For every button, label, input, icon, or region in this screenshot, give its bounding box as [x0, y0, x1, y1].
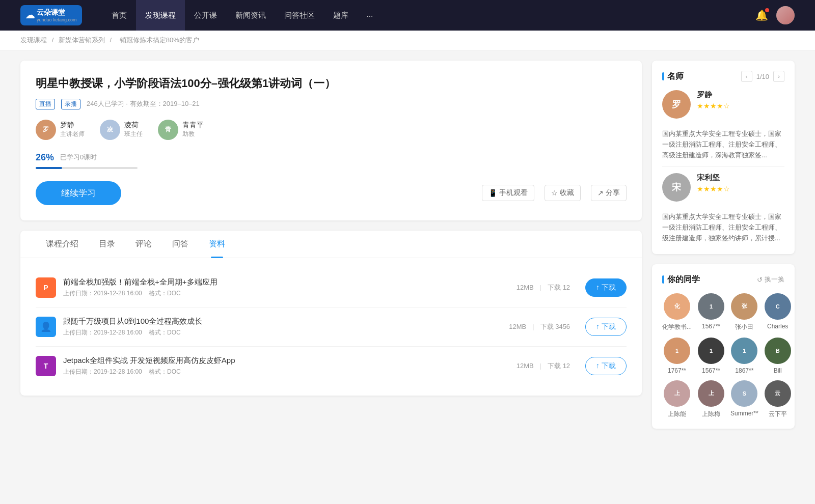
classmate-1-avatar: 化 [664, 293, 690, 320]
download-button-2[interactable]: ↑ 下载 [585, 318, 627, 336]
nav-right: 🔔 [755, 6, 795, 24]
sidebar-teacher-1: 罗 罗静 ★★★★☆ [662, 90, 784, 119]
classmate-10-avatar: 上 [698, 380, 724, 407]
sidebar-teacher-2: 宋 宋利坚 ★★★★☆ [662, 173, 784, 202]
nav-more[interactable]: ··· [358, 0, 383, 31]
teacher-3-role: 助教 [182, 130, 204, 138]
tab-resources[interactable]: 资料 [199, 231, 235, 258]
tab-qa[interactable]: 问答 [162, 231, 199, 258]
teacher-3-name: 青青平 [182, 121, 204, 130]
resource-meta-3: 上传日期：2019-12-28 16:00 格式：DOC [63, 368, 501, 376]
breadcrumb: 发现课程 / 新媒体营销系列 / 销冠修炼术搞定80%的客户 [0, 31, 815, 50]
sidebar: 名师 ‹ 1/10 › 罗 罗静 ★★★★☆ 国内某重点大学安全工程专业硕士，国… [652, 61, 795, 439]
nav-home[interactable]: 首页 [102, 0, 136, 31]
resource-name-3: Jetpack全组件实战 开发短视频应用高仿皮皮虾App [63, 356, 501, 366]
logo[interactable]: ☁ 云朵课堂 yunduo ketang.com [20, 5, 82, 25]
resource-name-1: 前端全栈加强版！前端全栈+全周期+多端应用 [63, 277, 501, 287]
collect-link[interactable]: ☆ 收藏 [545, 185, 581, 201]
classmate-1: 化 化学教书... [662, 293, 692, 331]
classmate-11-avatar: S [731, 380, 757, 407]
resource-info-2: 跟随千万级项目从0到100全过程高效成长 上传日期：2019-12-28 16:… [63, 317, 494, 337]
teacher-divider [662, 166, 784, 167]
classmate-10: 上 上陈梅 [698, 380, 724, 418]
share-icon: ↗ [597, 189, 604, 197]
badge-recorded: 录播 [61, 99, 80, 109]
tab-catalog[interactable]: 目录 [89, 231, 125, 258]
action-row: 继续学习 📱 手机观看 ☆ 收藏 ↗ 分享 [36, 181, 627, 205]
tab-content-resources: P 前端全栈加强版！前端全栈+全周期+多端应用 上传日期：2019-12-28 … [20, 258, 642, 396]
resource-item-1: P 前端全栈加强版！前端全栈+全周期+多端应用 上传日期：2019-12-28 … [36, 268, 627, 307]
breadcrumb-link-series[interactable]: 新媒体营销系列 [59, 36, 105, 44]
classmate-5: 1 1767** [662, 338, 692, 374]
nav-qa[interactable]: 问答社区 [275, 0, 324, 31]
classmate-4-avatar: C [765, 293, 791, 320]
tabs-section: 课程介绍 目录 评论 问答 资料 P 前端全栈加强版！前端全栈+全周期+多端应用… [20, 231, 642, 396]
page-indicator: 1/10 [756, 73, 769, 80]
breadcrumb-link-discover[interactable]: 发现课程 [20, 36, 47, 44]
classmate-4-name: Charles [765, 323, 791, 330]
nav-exam[interactable]: 题库 [324, 0, 358, 31]
nav-items: 首页 发现课程 公开课 新闻资讯 问答社区 题库 ··· [102, 0, 755, 31]
nav-open[interactable]: 公开课 [185, 0, 226, 31]
teacher-3: 青 青青平 助教 [158, 120, 204, 140]
sidebar-teacher-1-stars: ★★★★☆ [697, 102, 730, 110]
classmate-8: B Bill [765, 338, 791, 374]
logo-name: 云朵课堂 [37, 8, 77, 17]
classmate-6: 1 1567** [698, 338, 724, 374]
classmate-12-name: 云下平 [765, 410, 791, 418]
download-button-1[interactable]: ↑ 下载 [585, 278, 627, 297]
refresh-icon: ↺ [757, 276, 763, 284]
resource-item-3: T Jetpack全组件实战 开发短视频应用高仿皮皮虾App 上传日期：2019… [36, 347, 627, 385]
classmate-11: S Summer** [730, 380, 758, 418]
course-meta-text: 246人已学习 · 有效期至：2019–10–21 [87, 99, 200, 108]
user-avatar[interactable] [776, 6, 795, 24]
classmate-11-name: Summer** [730, 410, 758, 417]
course-meta: 直播 录播 246人已学习 · 有效期至：2019–10–21 [36, 99, 627, 109]
logo-icon: ☁ [25, 10, 35, 21]
teacher-2-avatar: 凌 [100, 120, 120, 140]
classmate-2-name: 1567** [698, 323, 724, 330]
sidebar-teacher-2-name: 宋利坚 [697, 173, 730, 183]
teacher-2-name: 凌荷 [124, 121, 143, 130]
nav-discover[interactable]: 发现课程 [136, 0, 185, 31]
classmate-9-avatar: 上 [664, 380, 690, 407]
resource-icon-3: T [36, 356, 56, 376]
prev-page-btn[interactable]: ‹ [741, 71, 752, 82]
classmate-5-avatar: 1 [664, 338, 690, 364]
main-content: 明星中教授课，小学阶段语法100分–强化级第1讲动词（一） 直播 录播 246人… [20, 61, 642, 439]
main-layout: 明星中教授课，小学阶段语法100分–强化级第1讲动词（一） 直播 录播 246人… [0, 50, 815, 449]
progress-pct: 26% [36, 152, 54, 163]
breadcrumb-sep-1: / [52, 36, 56, 44]
refresh-button[interactable]: ↺ 换一换 [757, 275, 784, 284]
breadcrumb-current: 销冠修炼术搞定80%的客户 [120, 36, 199, 44]
classmates-title: 你的同学 [662, 274, 700, 285]
classmate-8-avatar: B [765, 338, 791, 364]
next-page-btn[interactable]: › [773, 71, 784, 82]
continue-learning-button[interactable]: 继续学习 [36, 181, 121, 205]
tab-intro[interactable]: 课程介绍 [36, 231, 89, 258]
sidebar-teacher-1-avatar: 罗 [662, 90, 691, 119]
classmate-3: 张 张小田 [730, 293, 758, 331]
share-link[interactable]: ↗ 分享 [591, 185, 627, 201]
resource-item-2: 👤 跟随千万级项目从0到100全过程高效成长 上传日期：2019-12-28 1… [36, 307, 627, 347]
star-icon: ☆ [551, 189, 558, 197]
classmate-8-name: Bill [765, 367, 791, 374]
notification-bell[interactable]: 🔔 [755, 9, 768, 21]
tab-review[interactable]: 评论 [125, 231, 162, 258]
sidebar-teacher-1-desc: 国内某重点大学安全工程专业硕士，国家一级注册消防工程师、注册安全工程师、高级注册… [662, 129, 784, 160]
teachers-card-title: 名师 [662, 71, 684, 82]
classmate-6-avatar: 1 [698, 338, 724, 364]
badge-live: 直播 [36, 99, 55, 109]
logo-sub: yunduo ketang.com [37, 17, 77, 22]
teacher-1-avatar: 罗 [36, 120, 56, 140]
download-button-3[interactable]: ↑ 下载 [585, 357, 627, 375]
progress-label: 已学习0课时 [60, 153, 97, 162]
nav-news[interactable]: 新闻资讯 [226, 0, 275, 31]
action-links: 📱 手机观看 ☆ 收藏 ↗ 分享 [482, 185, 627, 201]
classmate-4: C Charles [765, 293, 791, 331]
resource-meta-1: 上传日期：2019-12-28 16:00 格式：DOC [63, 289, 501, 298]
course-title: 明星中教授课，小学阶段语法100分–强化级第1讲动词（一） [36, 76, 627, 92]
teacher-3-avatar: 青 [158, 120, 178, 140]
teacher-1-name: 罗静 [60, 121, 85, 130]
mobile-watch-link[interactable]: 📱 手机观看 [482, 185, 534, 201]
